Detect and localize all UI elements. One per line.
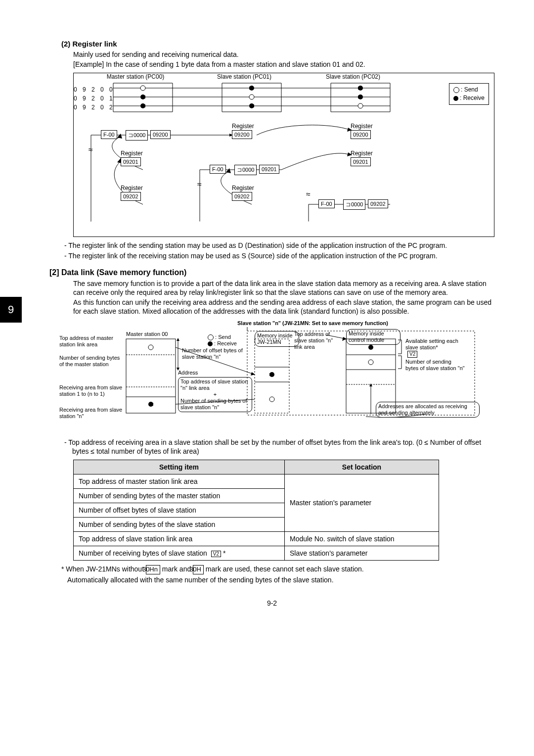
reg-box: 09202 bbox=[368, 199, 388, 208]
svg-point-7 bbox=[140, 86, 145, 91]
footnote: * When JW-21MNs without 30Hn mark and 30… bbox=[61, 565, 494, 574]
table-cell: Slave station's parameter bbox=[284, 546, 439, 560]
label: Receiving area from slave station "n" bbox=[59, 407, 124, 420]
svg-point-23 bbox=[358, 103, 363, 108]
svg-point-52 bbox=[148, 345, 153, 350]
reg-box: 09200 bbox=[150, 130, 171, 139]
f00-box: F-00 bbox=[318, 199, 335, 208]
reg-box: 09201 bbox=[121, 157, 141, 166]
label: Register bbox=[121, 150, 143, 157]
reg-box: 09202 bbox=[232, 192, 252, 201]
label: Number of sending bytes of the master st… bbox=[59, 355, 124, 368]
label: Register bbox=[351, 123, 373, 130]
label: Address bbox=[178, 370, 198, 376]
legend: : Send : Receive bbox=[208, 334, 237, 347]
page-number: 9-2 bbox=[49, 599, 494, 607]
table-cell: Number of offset bytes of slave station bbox=[74, 503, 285, 517]
note-item: - The register link of the receiving sta… bbox=[64, 251, 494, 260]
svg-text:≈: ≈ bbox=[89, 145, 93, 154]
label: Memory inside control module bbox=[346, 329, 400, 345]
label: Top address of slave station "n" link ar… bbox=[178, 377, 252, 413]
receive-marker-icon bbox=[208, 341, 213, 346]
f00-box: F-00 bbox=[101, 130, 117, 139]
label: Memory inside JW-21MN bbox=[255, 331, 299, 347]
label: : Receive bbox=[460, 94, 485, 101]
receive-marker-icon bbox=[453, 96, 458, 101]
f00-box: F-00 bbox=[210, 165, 226, 174]
note-item: - The register link of the sending stati… bbox=[64, 241, 494, 250]
reg-box: 09200 bbox=[232, 130, 252, 139]
table-cell: Module No. switch of slave station bbox=[284, 531, 439, 546]
note-item: - Top address of receiving area in a sla… bbox=[64, 438, 494, 456]
mark-badge: 30H bbox=[193, 565, 204, 574]
v2-badge: V2 bbox=[407, 351, 417, 358]
chapter-tab: 9 bbox=[0, 297, 22, 323]
heading-data-link: [2] Data link (Save memory function) bbox=[49, 268, 494, 277]
notes-list: - The register link of the sending stati… bbox=[64, 241, 494, 260]
label: Register bbox=[232, 123, 254, 130]
label: Addresses are allocated as receiving and… bbox=[376, 402, 480, 418]
settings-table: Setting item Set location Top address of… bbox=[73, 460, 439, 561]
label: Master station 00 bbox=[126, 331, 185, 337]
label: Register bbox=[121, 185, 143, 191]
send-marker-icon bbox=[453, 87, 459, 93]
table-header: Set location bbox=[284, 460, 439, 474]
heading-register-link: (2) Register link bbox=[61, 40, 494, 48]
table-cell: Number of sending bytes of the master st… bbox=[74, 488, 285, 503]
reg-box: 09201 bbox=[259, 165, 279, 174]
reg-box: 09202 bbox=[121, 192, 141, 201]
text-paragraph: As this function can unify the receiving… bbox=[73, 298, 494, 316]
diagram-register-link: Master station (PC00) Slave station (PC0… bbox=[73, 73, 494, 237]
svg-text:≈: ≈ bbox=[306, 190, 311, 198]
label: Receiving area from slave station 1 to (… bbox=[59, 384, 124, 397]
label: : Send bbox=[461, 86, 478, 93]
mark-badge: 30Hn bbox=[146, 565, 160, 574]
svg-point-72 bbox=[368, 360, 373, 365]
label: Available setting each slave station* V2 bbox=[405, 338, 465, 358]
svg-point-63 bbox=[269, 397, 274, 402]
table-cell: Top address of slave station link area bbox=[74, 531, 285, 546]
label: Number of sending bytes of slave station… bbox=[405, 359, 465, 372]
label: Top address of slave station "n" link ar… bbox=[294, 331, 334, 351]
send-marker-icon bbox=[208, 334, 214, 340]
label: Register bbox=[232, 185, 254, 191]
table-cell: Number of sending bytes of the slave sta… bbox=[74, 517, 285, 531]
legend: : Send : Receive bbox=[449, 83, 489, 105]
text-line: [Example] In the case of sending 1 byte … bbox=[73, 60, 494, 69]
table-header: Setting item bbox=[74, 460, 285, 474]
coil-box: コ0000 bbox=[126, 130, 148, 141]
label: Top address of master station link area bbox=[59, 335, 119, 348]
text-line: Mainly used for sending and receiving nu… bbox=[73, 50, 494, 59]
text-paragraph: The save memory function is to provide a… bbox=[73, 279, 494, 297]
svg-marker-76 bbox=[369, 383, 372, 386]
table-cell: Top address of master station link area bbox=[74, 474, 285, 488]
svg-marker-56 bbox=[177, 338, 179, 341]
coil-box: コ0000 bbox=[234, 165, 257, 175]
footnote: Automatically allocated with the same nu… bbox=[61, 575, 494, 584]
svg-point-71 bbox=[368, 345, 373, 350]
table-cell: Number of receiving bytes of slave stati… bbox=[74, 546, 285, 560]
coil-box: コ0000 bbox=[343, 199, 365, 210]
label: Register bbox=[351, 150, 373, 157]
reg-box: 09200 bbox=[351, 130, 371, 139]
reg-box: 09201 bbox=[351, 157, 371, 166]
v2-badge: V2 bbox=[211, 551, 221, 557]
svg-text:≈: ≈ bbox=[197, 180, 202, 189]
table-cell: Master station's parameter bbox=[284, 474, 439, 531]
svg-point-15 bbox=[249, 94, 254, 99]
diagram-save-memory: Slave station "n" (JW-21MN: Set to save … bbox=[49, 320, 494, 434]
label: Number of offset bytes of slave station … bbox=[182, 347, 246, 360]
